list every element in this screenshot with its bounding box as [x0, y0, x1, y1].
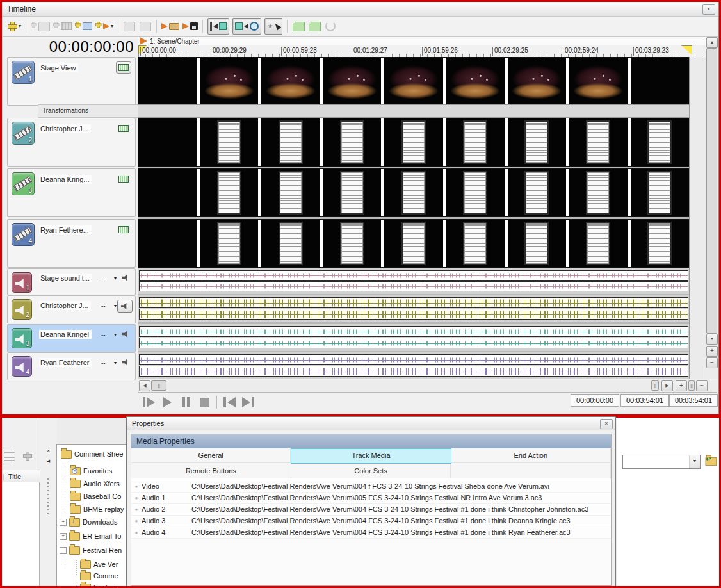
video-track-header-4[interactable]: 4 Ryan Fethere... — [7, 219, 136, 268]
scroll-left-button[interactable]: ◀ — [139, 380, 150, 391]
tree-item-er-email[interactable]: + ER Email To — [60, 530, 121, 542]
next-marker-button-disabled[interactable] — [139, 19, 152, 34]
panel-collapse-button[interactable]: ◀ — [44, 457, 53, 466]
timeline-titlebar[interactable]: Timeline — [2, 2, 718, 17]
track-name[interactable]: Christopher J... — [39, 124, 91, 133]
video-thumbnail[interactable] — [261, 118, 320, 166]
audio-track-icon[interactable]: 2 — [12, 299, 32, 320]
load-markers-button[interactable] — [161, 19, 179, 34]
selection-end-marker[interactable] — [681, 45, 692, 55]
audio-waveform-channel[interactable] — [139, 338, 688, 348]
track-level[interactable]: -- — [101, 331, 106, 338]
zoom-grip[interactable]: || — [688, 380, 695, 391]
scroll-end-grip[interactable]: || — [651, 380, 659, 391]
tree-item-bfme[interactable]: BFME replay — [70, 503, 124, 515]
media-row-path[interactable]: C:\Users\Dad\Desktop\Festival Renders\Av… — [191, 504, 611, 515]
transformations-track-row[interactable] — [138, 104, 689, 118]
video-thumbnail[interactable] — [323, 169, 381, 216]
tab-general[interactable]: General — [131, 448, 291, 463]
video-thumbnail[interactable] — [446, 58, 505, 105]
stop-button[interactable] — [198, 395, 211, 410]
video-thumbnail[interactable] — [138, 118, 197, 166]
video-track-icon[interactable]: 3 — [12, 172, 35, 195]
open-selected-button[interactable] — [308, 19, 321, 34]
refresh-button-disabled[interactable] — [324, 19, 337, 34]
video-thumbnail[interactable] — [569, 169, 628, 216]
video-thumbnail[interactable] — [508, 118, 566, 166]
tab-track-media-selected[interactable]: Track Media — [291, 448, 451, 464]
horizontal-scroll-thumb[interactable]: || — [151, 380, 166, 391]
audio-waveform-channel[interactable] — [139, 281, 688, 291]
video-track-header-3[interactable]: 3 Deanna Kring... — [7, 168, 136, 217]
audio-track-icon[interactable]: 4 — [12, 356, 32, 377]
track-name[interactable]: Ryan Featherer — [39, 358, 92, 367]
table-row[interactable]: ● Audio 2 C:\Users\Dad\Desktop\Festival … — [131, 504, 611, 516]
insert-empty-event-button[interactable] — [75, 19, 92, 34]
collapse-icon[interactable]: − — [60, 547, 67, 554]
video-thumbnail[interactable] — [508, 169, 566, 216]
media-row-path[interactable]: C:\Users\Dad\Desktop\Festival Renders\Av… — [191, 493, 611, 503]
video-thumbnail[interactable] — [138, 220, 197, 267]
video-thumbnail[interactable] — [323, 220, 381, 267]
video-thumbnail[interactable] — [508, 58, 566, 105]
tree-item-baseball[interactable]: Baseball Co — [70, 491, 121, 502]
track-level[interactable]: -- — [101, 359, 106, 366]
media-row-path[interactable]: C:\Users\Dad\Desktop\Festival Renders\Av… — [191, 516, 611, 527]
audio-track-header-3-selected[interactable]: 3 Deanna Kringel -- ▾ — [7, 324, 136, 352]
chevron-down-icon[interactable]: ▾ — [114, 332, 117, 338]
expand-icon[interactable]: + — [60, 519, 67, 526]
video-track-header-1[interactable]: 1 Stage View — [7, 57, 136, 106]
tab-color-sets[interactable]: Color Sets — [291, 464, 451, 478]
track-overlay-button[interactable] — [116, 122, 131, 135]
chevron-down-icon[interactable]: ▾ — [19, 24, 21, 29]
cursor-time-display[interactable]: 00:00:00:00 — [571, 394, 619, 407]
play-button[interactable] — [161, 395, 174, 410]
track-name[interactable]: Deanna Kringel — [39, 330, 92, 339]
properties-titlebar[interactable]: Properties — [127, 417, 615, 430]
scroll-up-button[interactable]: ▲ — [706, 37, 718, 48]
tree-item-fantasia[interactable]: Fantasia — [80, 582, 120, 588]
insert-video-track-button[interactable] — [53, 19, 72, 34]
previous-marker-button-disabled[interactable] — [123, 19, 136, 34]
tree-root-folder[interactable]: Comment Shee — [61, 448, 123, 460]
track-name[interactable]: Ryan Fethere... — [39, 225, 92, 234]
tree-item-comments[interactable]: Comme — [80, 570, 118, 582]
tree-item-favorites[interactable]: ✳ Favorites — [70, 465, 112, 477]
duration-display[interactable]: 00:03:54:01 — [669, 394, 718, 407]
video-thumbnail[interactable] — [323, 58, 381, 105]
current-timecode-display[interactable]: 00:00:00:00 — [3, 38, 134, 56]
video-thumbnail[interactable] — [200, 169, 258, 216]
video-thumbnail[interactable] — [323, 118, 381, 166]
open-parent-button[interactable] — [292, 19, 305, 34]
video-track-icon[interactable]: 4 — [12, 223, 35, 246]
video-thumbnail[interactable] — [631, 220, 689, 267]
video-thumbnail[interactable] — [138, 58, 197, 105]
video-thumbnail[interactable] — [446, 118, 505, 166]
chevron-down-icon[interactable]: ▾ — [114, 275, 117, 281]
track-height-decrease-button[interactable]: − — [706, 357, 718, 368]
transformations-row[interactable]: Transformations — [38, 104, 140, 118]
tree-item-downloads[interactable]: + ↓ Downloads — [60, 516, 117, 528]
video-thumbnail[interactable] — [569, 220, 628, 267]
audio-track-icon[interactable]: 1 — [12, 272, 32, 293]
scroll-down-button[interactable]: ▼ — [706, 334, 718, 345]
track-overlay-button[interactable] — [116, 173, 131, 185]
splitter-grip[interactable] — [47, 478, 49, 514]
audio-waveform-channel[interactable] — [139, 309, 688, 320]
insert-marker-button[interactable]: ▾ — [95, 19, 113, 34]
mute-speaker-button[interactable] — [117, 300, 133, 313]
audio-track-header-1[interactable]: 1 Stage sound t... -- ▾ — [7, 268, 136, 295]
chevron-down-icon[interactable]: ▾ — [111, 24, 113, 29]
selection-tool-toggle[interactable]: ★ — [264, 18, 282, 35]
vertical-scroll-thumb[interactable] — [706, 48, 717, 334]
video-track-header-2[interactable]: 2 Christopher J... — [7, 118, 136, 167]
track-level[interactable]: -- — [101, 302, 106, 309]
track-height-increase-button[interactable]: + — [706, 346, 718, 357]
video-thumbnail[interactable] — [569, 118, 628, 166]
zoom-out-button[interactable]: − — [696, 380, 708, 391]
ripple-edits-toggle[interactable] — [207, 18, 229, 35]
track-name[interactable]: Christopher J... — [39, 301, 91, 310]
end-time-display[interactable]: 00:03:54:01 — [620, 394, 669, 407]
audio-waveform-channel[interactable] — [139, 297, 688, 308]
media-row-path[interactable]: C:\Users\Dad\Desktop\Festival Renders\Av… — [191, 481, 611, 492]
